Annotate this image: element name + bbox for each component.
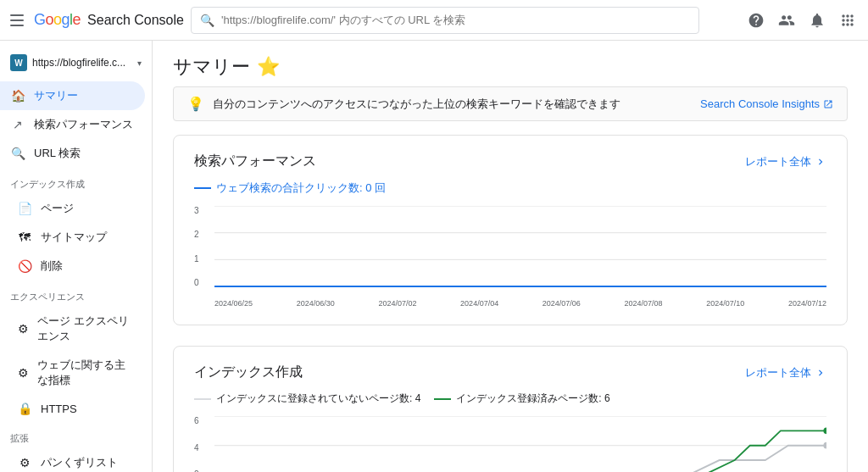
chart-plot-area [214, 206, 826, 287]
sidebar-item-summary[interactable]: 🏠 サマリー [0, 81, 145, 110]
search-performance-card: 検索パフォーマンス レポート全体 ウェブ検索の合計クリック数: 0 回 3 2 … [173, 135, 848, 325]
enhancements-subsection: ⚙ パンくずリスト [0, 448, 152, 472]
index-chart: 6 4 2 0 [194, 416, 826, 472]
app-name: Search Console [87, 13, 184, 28]
legend-line-green [434, 398, 451, 400]
sidebar-label-breadcrumbs: パンくずリスト [41, 455, 118, 470]
vitals-icon: ⚙ [17, 366, 29, 380]
search-input[interactable] [221, 14, 690, 26]
sidebar-label-url-inspect: URL 検索 [34, 146, 81, 161]
promo-banner: 💡 自分のコンテンツへのアクセスにつながった上位の検索キーワードを確認できます … [173, 86, 848, 121]
search-icon: 🔍 [200, 14, 214, 27]
page-title: サマリー [173, 54, 250, 80]
page-icon: 📄 [17, 202, 32, 215]
search-icon: 🔍 [10, 147, 25, 160]
chevron-down-icon: ▾ [137, 58, 142, 68]
legend-not-indexed: インデックスに登録されていないページ数: 4 [194, 391, 420, 406]
enhancements-section-label: 拡張 [0, 422, 152, 448]
sidebar-item-url-inspect[interactable]: 🔍 URL 検索 [0, 139, 145, 168]
index-creation-report-link[interactable]: レポート全体 [745, 365, 826, 380]
lightbulb-icon: 💡 [187, 96, 204, 112]
sidebar-label-pages: ページ [41, 201, 74, 216]
sidebar-item-search-perf[interactable]: ↗ 検索パフォーマンス [0, 110, 145, 139]
sidebar-label-https: HTTPS [41, 403, 77, 415]
notifications-button[interactable] [804, 7, 831, 34]
page-exp-icon: ⚙ [17, 322, 29, 336]
sidebar-label-summary: サマリー [34, 88, 78, 103]
experience-subsection: ⚙ ページ エクスペリエンス ⚙ ウェブに関する主な指標 🔒 HTTPS [0, 307, 152, 422]
index-creation-title: インデックス作成 [194, 364, 303, 381]
sidebar: W https://blogfirelife.c... ▾ 🏠 サマリー ↗ 検… [0, 41, 153, 472]
index-y-axis: 6 4 2 0 [194, 416, 211, 472]
chart-x-axis: 2024/06/25 2024/06/30 2024/07/02 2024/07… [214, 299, 826, 308]
search-perf-legend: ウェブ検索の合計クリック数: 0 回 [194, 180, 826, 196]
legend-indexed: インデックス登録済みページ数: 6 [434, 391, 609, 406]
wp-icon: W [10, 54, 27, 71]
index-creation-header: インデックス作成 レポート全体 [194, 364, 826, 381]
content-header: サマリー ⭐ [153, 41, 868, 86]
lock-icon: 🔒 [17, 402, 32, 415]
search-bar[interactable]: 🔍 [191, 7, 699, 34]
legend-not-indexed-label: インデックスに登録されていないページ数: 4 [216, 391, 420, 406]
legend-line-blue [194, 187, 211, 189]
property-name: https://blogfirelife.c... [32, 57, 132, 69]
home-icon: 🏠 [10, 89, 25, 103]
svg-point-9 [823, 442, 826, 449]
removal-icon: 🚫 [17, 259, 32, 273]
search-perf-legend-label: ウェブ検索の合計クリック数: 0 回 [216, 180, 386, 196]
promo-text: 自分のコンテンツへのアクセスにつながった上位の検索キーワードを確認できます [213, 97, 692, 112]
index-legend: インデックスに登録されていないページ数: 4 インデックス登録済みページ数: 6 [194, 391, 826, 406]
apps-button[interactable] [834, 7, 861, 34]
sidebar-item-removal[interactable]: 🚫 削除 [7, 252, 145, 280]
property-selector[interactable]: W https://blogfirelife.c... ▾ [0, 47, 152, 78]
index-creation-card: インデックス作成 レポート全体 インデックスに登録されていないページ数: 4 イ… [173, 346, 848, 472]
sidebar-item-pages[interactable]: 📄 ページ [7, 194, 145, 223]
google-logo: Google [34, 11, 81, 29]
star-icon: ⭐ [257, 56, 280, 78]
main-content: サマリー ⭐ 💡 自分のコンテンツへのアクセスにつながった上位の検索キーワードを… [153, 41, 868, 472]
sidebar-label-page-exp: ページ エクスペリエンス [37, 314, 135, 344]
search-perf-chart: 3 2 1 0 202 [194, 206, 826, 308]
legend-indexed-label: インデックス登録済みページ数: 6 [456, 391, 609, 406]
sidebar-item-breadcrumbs[interactable]: ⚙ パンくずリスト [7, 448, 145, 472]
svg-point-8 [823, 427, 826, 434]
search-performance-report-link[interactable]: レポート全体 [745, 154, 826, 169]
sidebar-item-web-vitals[interactable]: ⚙ ウェブに関する主な指標 [7, 351, 145, 395]
sidebar-item-page-exp[interactable]: ⚙ ページ エクスペリエンス [7, 307, 145, 351]
sidebar-label-removal: 削除 [41, 258, 63, 274]
hamburger-menu[interactable] [7, 10, 27, 31]
promo-link[interactable]: Search Console Insights [700, 97, 833, 110]
topbar-right [743, 7, 861, 34]
search-performance-header: 検索パフォーマンス レポート全体 [194, 153, 826, 170]
topbar: Google Search Console 🔍 [0, 0, 868, 41]
index-plot-area [214, 416, 826, 472]
trending-icon: ↗ [10, 118, 25, 131]
topbar-left: Google Search Console [7, 10, 184, 31]
chart-y-axis: 3 2 1 0 [194, 206, 211, 287]
sidebar-label-sitemap: サイトマップ [41, 230, 107, 245]
users-button[interactable] [773, 7, 800, 34]
sidebar-item-https[interactable]: 🔒 HTTPS [7, 395, 145, 422]
search-performance-title: 検索パフォーマンス [194, 153, 316, 170]
breadcrumb-icon: ⚙ [17, 456, 32, 469]
main-layout: W https://blogfirelife.c... ▾ 🏠 サマリー ↗ 検… [0, 41, 868, 472]
help-button[interactable] [743, 7, 770, 34]
legend-line-gray [194, 398, 211, 400]
sidebar-label-web-vitals: ウェブに関する主な指標 [37, 358, 135, 388]
sitemap-icon: 🗺 [17, 230, 32, 244]
sidebar-label-search-perf: 検索パフォーマンス [34, 117, 133, 132]
sidebar-item-sitemap[interactable]: 🗺 サイトマップ [7, 223, 145, 252]
index-subsection: 📄 ページ 🗺 サイトマップ 🚫 削除 [0, 194, 152, 280]
experience-section-label: エクスペリエンス [0, 280, 152, 307]
index-section-label: インデックス作成 [0, 168, 152, 194]
